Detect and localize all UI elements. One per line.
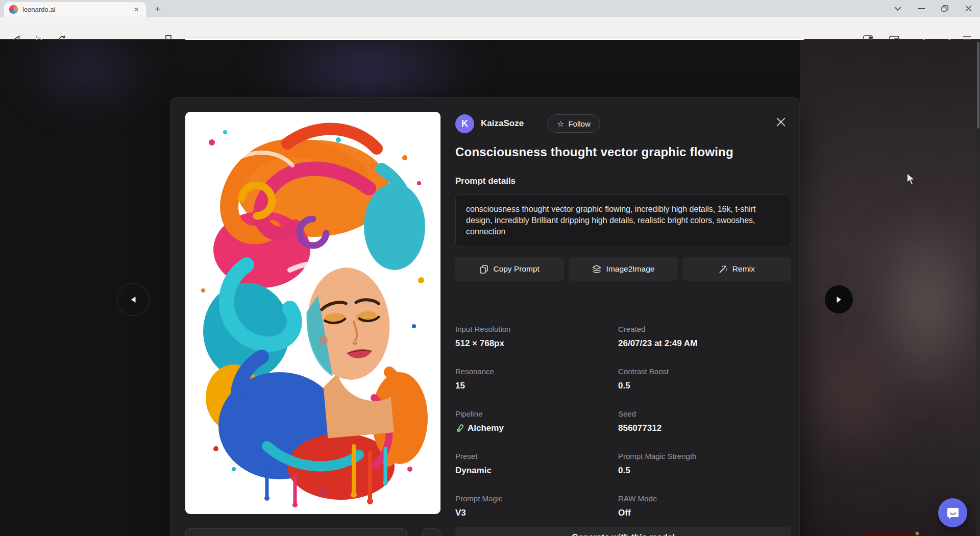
- detail-seed: Seed 856077312: [618, 409, 791, 434]
- image2image-button[interactable]: Image2Image: [569, 257, 677, 281]
- minimize-button[interactable]: [910, 0, 933, 17]
- modal-close-icon[interactable]: [775, 116, 787, 128]
- spark-icon: [916, 532, 919, 535]
- detail-panel: K KaizaSoze ☆ Follow Consciousness thoug…: [455, 114, 791, 536]
- test-tube-icon: [455, 424, 463, 433]
- star-icon: ☆: [557, 119, 564, 129]
- previous-image-button[interactable]: [117, 283, 150, 316]
- pipeline-value: Alchemy: [468, 422, 504, 434]
- tab-search-chevron-icon[interactable]: [886, 0, 910, 17]
- generation-title: Consciousness thought vector graphic flo…: [455, 145, 791, 159]
- wand-icon: [719, 265, 727, 274]
- image-detail-modal: K KaizaSoze ☆ Follow Consciousness thoug…: [170, 97, 800, 536]
- tab-title: leonardo.ai: [22, 6, 132, 13]
- copy-prompt-button[interactable]: Copy Prompt: [455, 257, 564, 281]
- input-side-button-partial[interactable]: [422, 528, 440, 536]
- detail-raw-mode: RAW Mode Off: [618, 494, 791, 519]
- remix-button[interactable]: Remix: [682, 257, 791, 281]
- copy-icon: [480, 265, 488, 274]
- chevron-left-icon: [130, 296, 136, 303]
- page-scrollbar: [976, 40, 980, 536]
- restore-button[interactable]: [933, 0, 957, 17]
- detail-resonance: Resonance 15: [455, 367, 618, 392]
- prompt-details-heading: Prompt details: [455, 176, 791, 186]
- browser-tab[interactable]: leonardo.ai ×: [4, 2, 146, 17]
- detail-prompt-magic-strength: Prompt Magic Strength 0.5: [618, 452, 791, 476]
- chevron-right-icon: [836, 296, 842, 303]
- mouse-cursor: [906, 173, 917, 186]
- detail-prompt-magic: Prompt Magic V3: [455, 494, 618, 519]
- detail-pipeline: Pipeline Alchemy: [455, 409, 618, 434]
- scrollbar-thumb[interactable]: [977, 42, 979, 129]
- site-favicon: [9, 5, 18, 14]
- remix-label: Remix: [732, 264, 755, 274]
- image2image-label: Image2Image: [606, 264, 655, 274]
- next-image-button[interactable]: [825, 285, 853, 313]
- prompt-text-box[interactable]: consciousness thought vector graphic flo…: [455, 194, 791, 247]
- video-watermark: [862, 531, 921, 536]
- prompt-input-partial[interactable]: [185, 528, 407, 536]
- detail-input-resolution: Input Resolution 512 × 768px: [455, 325, 618, 349]
- follow-button[interactable]: ☆ Follow: [547, 114, 600, 133]
- backdrop-haze-left: [20, 40, 153, 111]
- window-controls: [886, 0, 980, 17]
- generate-with-model-button[interactable]: Generate with this model: [455, 527, 791, 536]
- tab-close-icon[interactable]: ×: [132, 5, 141, 15]
- new-tab-button[interactable]: +: [151, 3, 164, 16]
- chat-smile-icon: [946, 506, 960, 520]
- avatar[interactable]: K: [455, 114, 474, 133]
- author-row: K KaizaSoze ☆ Follow: [455, 114, 791, 133]
- detail-contrast-boost: Contrast Boost 0.5: [618, 367, 791, 392]
- backdrop-warm: [796, 326, 909, 458]
- tab-bar: leonardo.ai × +: [0, 0, 980, 17]
- browser-toolbar: app.leonardo.ai VPN: [0, 17, 980, 39]
- details-grid: Input Resolution 512 × 768px Created 26/…: [455, 325, 791, 519]
- web-page: K KaizaSoze ☆ Follow Consciousness thoug…: [0, 40, 980, 536]
- chat-widget-button[interactable]: [938, 498, 967, 527]
- layers-icon: [592, 265, 601, 274]
- follow-label: Follow: [568, 119, 590, 128]
- copy-prompt-label: Copy Prompt: [493, 264, 539, 274]
- action-buttons: Copy Prompt Image2Image Remix: [455, 257, 791, 281]
- artwork-image[interactable]: [185, 112, 440, 514]
- close-window-button[interactable]: [957, 0, 980, 17]
- detail-preset: Preset Dynamic: [455, 452, 618, 476]
- author-name[interactable]: KaizaSoze: [481, 118, 524, 129]
- detail-created: Created 26/07/23 at 2:49 AM: [618, 325, 791, 349]
